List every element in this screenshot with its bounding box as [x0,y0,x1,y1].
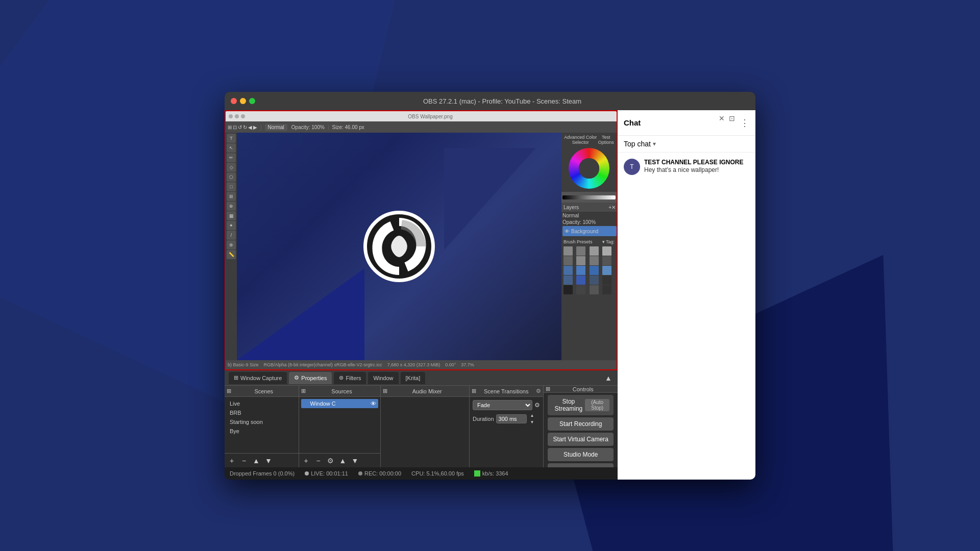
tab-properties[interactable]: ⚙ Properties [289,372,332,384]
tab-window[interactable]: Window [368,372,398,384]
scenes-panel-header: ⊞ Scenes [225,386,299,397]
transitions-settings-icon[interactable]: ⚙ [536,388,541,394]
start-recording-btn[interactable]: Start Recording [548,417,614,431]
opacity-mini-label: Opacity: 100% [562,219,596,225]
remove-scene-btn[interactable]: − [239,456,249,466]
brush-9[interactable] [564,266,573,275]
krita-tool-select[interactable]: ↖ [227,143,236,153]
krita-tool-path[interactable]: ✦ [227,221,236,230]
brush-8[interactable] [602,256,611,265]
scenes-header-icon: ⊞ [227,388,231,394]
add-scene-btn[interactable]: + [227,456,237,466]
krita-tool-text[interactable]: T [227,134,236,143]
layers-panel: Layers +✕ Normal Opacity: 100% 👁 Backgro… [561,203,617,237]
brush-16[interactable] [602,276,611,285]
brush-12[interactable] [602,266,611,275]
controls-panel-header: ⊞ Controls [544,386,618,393]
settings-btn[interactable]: Settings [548,463,614,467]
minimize-button[interactable] [240,98,246,104]
krita-tool-measure[interactable]: 📏 [227,250,236,259]
audio-header-icon: ⊞ [383,388,387,394]
krita-tool-fill[interactable]: ⬡ [227,172,236,182]
live-text: LIVE: 00:01:11 [311,470,348,477]
stop-streaming-btn[interactable]: Stop Streaming (Auto Stop) [548,395,614,415]
brush-5[interactable] [564,256,573,265]
auto-stop-badge: (Auto Stop) [585,399,609,411]
scene-starting-soon[interactable]: Starting soon [227,417,297,427]
live-status: LIVE: 00:01:11 [305,470,348,477]
krita-status-dimensions: 7,680 x 4,320 (327.3 MiB) [387,362,440,367]
source-window-capture[interactable]: Window C 👁 [301,399,378,408]
krita-tool-shape[interactable]: □ [227,182,236,191]
sources-panel-header: ⊞ Sources [299,386,380,397]
chat-dock-icon[interactable]: ⊡ [729,114,735,122]
add-source-btn[interactable]: + [301,456,311,466]
chat-message-content: TEST CHANNEL PLEASE IGNORE Hey that's a … [644,159,749,175]
duration-up-btn[interactable]: ▲ [529,412,536,418]
layer-eye-icon: 👁 [565,229,570,234]
color-wheel[interactable] [569,148,609,189]
brush-19[interactable] [590,285,599,294]
krita-toolbar: ⊞ ⊡ ↺ ↻ ◀ ▶ | Normal Opacity: 100% | Siz… [226,121,617,133]
move-scene-down-btn[interactable]: ▼ [263,456,274,466]
audio-mixer-content [381,397,469,467]
krita-tool-zoom[interactable]: ⊕ [227,202,236,211]
dropped-frames-status: Dropped Frames 0 (0.0%) [230,470,295,477]
brush-11[interactable] [590,266,599,275]
obs-bottom-panels: ⊞ Window Capture ⚙ Properties ⊛ Filters [225,370,618,467]
layers-header: Layers +✕ [561,203,617,212]
krita-tool-gradient[interactable]: ▦ [227,211,236,220]
brush-2[interactable] [576,246,585,256]
chat-more-btn[interactable]: ⋮ [740,117,749,129]
collapse-btn[interactable]: ▲ [603,373,614,383]
brush-17[interactable] [564,285,573,294]
krita-tool-line[interactable]: / [227,231,236,240]
krita-tool-crop[interactable]: ⊞ [227,192,236,201]
layer-item-background[interactable]: 👁 Background [562,226,617,236]
brush-18[interactable] [576,285,585,294]
move-source-down-btn[interactable]: ▼ [350,456,360,466]
transition-settings-icon[interactable]: ⚙ [534,402,540,409]
brush-4[interactable] [602,246,611,256]
start-virtual-camera-btn[interactable]: Start Virtual Camera [548,433,614,446]
close-button[interactable] [231,98,237,104]
controls-header-label: Controls [573,386,594,392]
canvas-shape-2 [444,148,536,250]
brush-20[interactable] [602,285,611,294]
chat-detach-icon[interactable]: ✕ [719,114,725,122]
brush-6[interactable] [576,256,585,265]
kbs-status: kb/s: 3364 [474,470,508,477]
chat-username: TEST CHANNEL PLEASE IGNORE [644,159,743,166]
brush-15[interactable] [590,276,599,285]
layers-controls: +✕ [608,205,616,210]
brush-1[interactable] [564,246,573,256]
move-scene-up-btn[interactable]: ▲ [251,456,261,466]
remove-source-btn[interactable]: − [313,456,324,466]
duration-down-btn[interactable]: ▼ [529,419,536,425]
top-chat-chevron[interactable]: ▾ [653,140,656,147]
krita-tool-eraser[interactable]: ◇ [227,163,236,172]
krita-window-bar: OBS Wallpaper.png [226,111,617,121]
krita-tool-paint[interactable]: ✏ [227,153,236,162]
scene-live[interactable]: Live [227,399,297,408]
brush-14[interactable] [576,276,585,285]
tab-krita[interactable]: [Krita] [401,372,426,384]
controls-header-icon: ⊞ [546,386,550,392]
brush-7[interactable] [590,256,599,265]
krita-tool-transform[interactable]: ⊗ [227,240,236,249]
duration-input[interactable] [496,414,527,423]
brush-3[interactable] [590,246,599,256]
tab-filters[interactable]: ⊛ Filters [334,372,366,384]
krita-canvas [237,133,561,360]
transition-type-select[interactable]: Fade [473,400,533,410]
source-settings-btn[interactable]: ⚙ [326,456,336,466]
maximize-button[interactable] [249,98,255,104]
cpu-status: CPU: 5.1%,60.00 fps [411,470,464,477]
move-source-up-btn[interactable]: ▲ [338,456,348,466]
scene-bye[interactable]: Bye [227,427,297,436]
studio-mode-btn[interactable]: Studio Mode [548,448,614,461]
scene-brb[interactable]: BRB [227,408,297,417]
tab-window-capture[interactable]: ⊞ Window Capture [229,372,287,384]
brush-13[interactable] [564,276,573,285]
brush-10[interactable] [576,266,585,275]
